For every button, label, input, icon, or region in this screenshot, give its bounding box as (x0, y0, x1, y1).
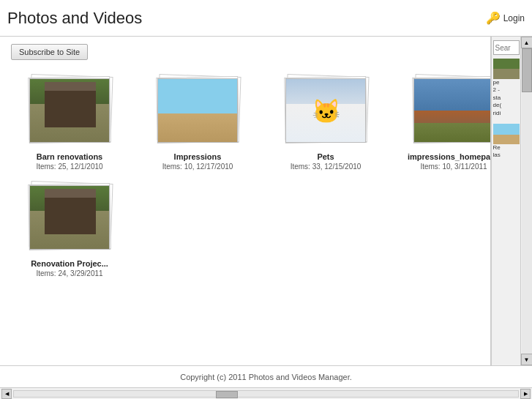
page-title: Photos and Videos (7, 9, 142, 28)
album-meta: Items: 10, 3/11/2011 (420, 163, 487, 171)
album-thumb-wrapper (410, 78, 491, 148)
album-meta: Items: 25, 12/1/2010 (36, 163, 102, 171)
login-area[interactable]: 🔑 Login (486, 11, 525, 25)
scroll-thumb[interactable] (522, 48, 532, 92)
h-scroll-thumb[interactable] (216, 391, 238, 398)
h-scroll-track (13, 390, 519, 398)
album-thumb-wrapper (282, 78, 370, 148)
album-meta: Items: 33, 12/15/2010 (291, 163, 361, 171)
album-thumb-wrapper (154, 78, 241, 148)
album-item[interactable]: Impressions Items: 10, 12/17/2010 (139, 78, 256, 171)
album-title: Pets (317, 152, 334, 161)
page-footer: Copyright (c) 2011 Photos and Videos Man… (0, 365, 532, 387)
scroll-up-button[interactable]: ▲ (521, 37, 533, 48)
search-input[interactable] (493, 40, 520, 55)
horizontal-scrollbar: ◀ ▶ (0, 387, 532, 399)
album-thumbnail (157, 78, 238, 143)
page-header: Photos and Videos 🔑 Login (0, 0, 532, 37)
sidebar-thumb-2 (493, 124, 520, 144)
album-meta: Items: 24, 3/29/2011 (36, 269, 102, 277)
login-label[interactable]: Login (503, 13, 525, 23)
album-thumbnail (413, 78, 491, 143)
albums-grid: Barn renovations Items: 25, 12/1/2010 Im… (11, 71, 479, 285)
album-title: Barn renovations (37, 152, 102, 161)
scroll-down-button[interactable]: ▼ (521, 354, 533, 365)
album-title: Impressions (174, 152, 222, 161)
content-area: Subscribe to Site Barn renovations Items… (0, 37, 491, 365)
key-icon: 🔑 (486, 11, 501, 25)
album-thumb-wrapper (26, 185, 113, 255)
album-item[interactable]: Pets Items: 33, 12/15/2010 (267, 78, 384, 171)
scroll-track (522, 48, 532, 354)
sidebar-text-2: Relas (493, 144, 520, 160)
sidebar-section-1: pe2 -stade(ridi (493, 59, 520, 117)
copyright-text: Copyright (c) 2011 Photos and Videos Man… (180, 373, 352, 381)
album-title: impressions_homepage (408, 152, 491, 161)
subscribe-button[interactable]: Subscribe to Site (11, 44, 88, 60)
album-thumb-wrapper (26, 78, 113, 148)
scroll-right-button[interactable]: ▶ (520, 389, 531, 399)
album-item[interactable]: Renovation Projec... Items: 24, 3/29/201… (11, 185, 128, 277)
album-item[interactable]: Barn renovations Items: 25, 12/1/2010 (11, 78, 128, 171)
album-thumbnail (285, 78, 366, 143)
album-thumbnail (29, 185, 110, 250)
album-title: Renovation Projec... (31, 259, 108, 268)
album-item[interactable]: impressions_homepage Items: 10, 3/11/201… (395, 78, 491, 171)
album-thumbnail (29, 78, 110, 143)
sidebar: pe2 -stade(ridi Relas (491, 37, 520, 365)
vertical-scrollbar: ▲ ▼ (520, 37, 532, 365)
sidebar-section-2: Relas (493, 124, 520, 160)
sidebar-text-1: pe2 -stade(ridi (493, 79, 520, 117)
sidebar-thumb-1 (493, 59, 520, 79)
album-meta: Items: 10, 12/17/2010 (162, 163, 233, 171)
scroll-left-button[interactable]: ◀ (1, 389, 12, 399)
